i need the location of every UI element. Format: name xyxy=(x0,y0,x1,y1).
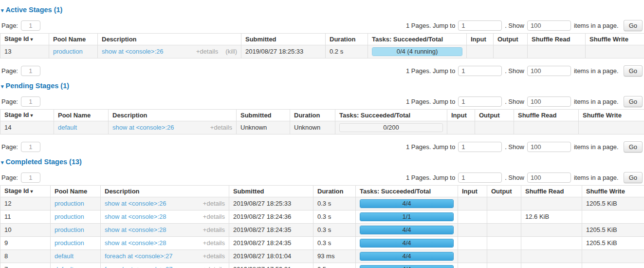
page-number-input[interactable] xyxy=(21,142,40,152)
jump-to-page-input[interactable] xyxy=(458,20,502,31)
items-per-page-input[interactable] xyxy=(527,66,571,76)
column-header-pool_name[interactable]: Pool Name xyxy=(54,110,109,121)
page-number-input[interactable] xyxy=(21,96,40,107)
stage-description-link[interactable]: show at <console>:26 xyxy=(102,48,163,55)
column-header-description[interactable]: Description xyxy=(109,110,237,121)
items-per-page-text: items in a page. xyxy=(574,22,619,29)
column-header-shuffle_read[interactable]: Shuffle Read xyxy=(528,34,586,45)
column-header-shuffle_write[interactable]: Shuffle Write xyxy=(579,110,644,121)
page-number-input[interactable] xyxy=(21,172,40,183)
details-toggle-link[interactable]: +details xyxy=(203,253,225,260)
stage-description-link[interactable]: show at <console>:26 xyxy=(112,124,174,131)
details-toggle-link[interactable]: +details xyxy=(203,213,225,220)
column-header-label: Description xyxy=(102,36,137,43)
details-toggle-link[interactable]: +details xyxy=(203,266,225,268)
pool-name-link[interactable]: production xyxy=(55,200,84,207)
items-per-page-input[interactable] xyxy=(527,172,571,183)
stage-row: 11productionshow at <console>:28+details… xyxy=(0,211,644,224)
pool-name-link[interactable]: production xyxy=(55,226,84,233)
pool-name-cell: production xyxy=(49,45,98,58)
description-content: foreach at <console>:27+details xyxy=(105,266,225,268)
column-header-stage_id[interactable]: Stage Id▾ xyxy=(0,34,49,45)
items-per-page-input[interactable] xyxy=(527,142,571,152)
column-header-tasks[interactable]: Tasks: Succeeded/Total xyxy=(335,110,447,121)
column-header-duration[interactable]: Duration xyxy=(313,186,356,197)
kill-stage-link[interactable]: (kill) xyxy=(225,48,237,55)
column-header-input[interactable]: Input xyxy=(458,186,487,197)
column-header-output[interactable]: Output xyxy=(487,186,521,197)
column-header-submitted[interactable]: Submitted xyxy=(237,110,290,121)
active-stages-section: ▾Active Stages (1) Page: 1 Pages. Jump t… xyxy=(0,6,644,76)
details-toggle-link[interactable]: +details xyxy=(203,227,225,233)
details-toggle-link[interactable]: +details xyxy=(203,200,225,207)
column-header-shuffle_write[interactable]: Shuffle Write xyxy=(586,34,644,45)
items-per-page-input[interactable] xyxy=(527,20,571,31)
pool-name-link[interactable]: default xyxy=(55,252,74,260)
page-number-input[interactable] xyxy=(21,66,40,76)
column-header-tasks[interactable]: Tasks: Succeeded/Total xyxy=(368,34,467,45)
pool-name-link[interactable]: default xyxy=(58,124,77,131)
column-header-input[interactable]: Input xyxy=(447,110,475,121)
column-header-description[interactable]: Description xyxy=(101,186,229,197)
tasks-progress-bar: 4/4 xyxy=(360,226,454,234)
column-header-shuffle_read[interactable]: Shuffle Read xyxy=(514,110,579,121)
pagination-row: Page: 1 Pages. Jump to . Show items in a… xyxy=(1,141,643,152)
output-cell xyxy=(487,197,521,211)
column-header-label: Input xyxy=(451,112,467,119)
jump-to-page-input[interactable] xyxy=(458,142,502,152)
column-header-duration[interactable]: Duration xyxy=(326,34,368,45)
column-header-submitted[interactable]: Submitted xyxy=(241,34,326,45)
stage-description-link[interactable]: show at <console>:28 xyxy=(105,227,166,233)
items-per-page-input[interactable] xyxy=(527,96,571,107)
go-button[interactable]: Go xyxy=(624,20,643,31)
column-header-label: Shuffle Write xyxy=(589,36,628,43)
stage-row: 12productionshow at <console>:26+details… xyxy=(0,197,644,211)
pool-name-cell: default xyxy=(51,250,101,263)
stage-description-link[interactable]: show at <console>:28 xyxy=(105,213,166,220)
jump-to-page-input[interactable] xyxy=(458,172,502,183)
page-number-input[interactable] xyxy=(21,20,40,31)
stage-description-link[interactable]: foreach at <console>:27 xyxy=(105,253,173,260)
tasks-progress-label: 4/4 xyxy=(360,239,453,247)
column-header-duration[interactable]: Duration xyxy=(290,110,335,121)
pool-name-link[interactable]: production xyxy=(55,213,84,220)
items-per-page-text: items in a page. xyxy=(574,98,619,105)
go-button[interactable]: Go xyxy=(624,96,643,107)
pool-name-cell: production xyxy=(51,224,101,237)
column-header-input[interactable]: Input xyxy=(467,34,494,45)
column-header-tasks[interactable]: Tasks: Succeeded/Total xyxy=(356,186,458,197)
stage-description-link[interactable]: show at <console>:26 xyxy=(105,200,166,207)
go-button[interactable]: Go xyxy=(624,65,643,77)
column-header-shuffle_write[interactable]: Shuffle Write xyxy=(582,186,644,197)
column-header-description[interactable]: Description xyxy=(98,34,241,45)
description-content: show at <console>:26+details(kill) xyxy=(102,48,237,55)
column-header-label: Shuffle Read xyxy=(532,36,570,43)
pending-stages-heading[interactable]: ▾Pending Stages (1) xyxy=(1,82,642,90)
output-cell xyxy=(487,237,521,250)
active-stages-heading[interactable]: ▾Active Stages (1) xyxy=(1,6,642,14)
jump-to-page-input[interactable] xyxy=(458,96,502,107)
jump-to-page-input[interactable] xyxy=(458,66,502,76)
stage-description-link[interactable]: show at <console>:28 xyxy=(105,240,166,247)
pool-name-link[interactable]: default xyxy=(55,266,74,268)
column-header-stage_id[interactable]: Stage Id▾ xyxy=(0,186,51,197)
stage-description-link[interactable]: foreach at <console>:27 xyxy=(105,266,173,268)
pages-count-text: 1 Pages. Jump to xyxy=(406,98,455,105)
column-header-submitted[interactable]: Submitted xyxy=(229,186,313,197)
details-toggle-link[interactable]: +details xyxy=(210,124,232,131)
column-header-pool_name[interactable]: Pool Name xyxy=(51,186,101,197)
column-header-label: Submitted xyxy=(240,112,272,119)
column-header-stage_id[interactable]: Stage Id▾ xyxy=(0,110,54,121)
pool-name-link[interactable]: production xyxy=(55,239,84,247)
column-header-pool_name[interactable]: Pool Name xyxy=(49,34,98,45)
completed-stages-heading[interactable]: ▾Completed Stages (13) xyxy=(1,158,642,166)
details-toggle-link[interactable]: +details xyxy=(203,240,225,247)
column-header-output[interactable]: Output xyxy=(475,110,514,121)
column-header-output[interactable]: Output xyxy=(494,34,528,45)
pool-name-link[interactable]: production xyxy=(53,48,83,55)
go-button[interactable]: Go xyxy=(624,141,643,153)
go-button[interactable]: Go xyxy=(624,172,643,183)
column-header-shuffle_read[interactable]: Shuffle Read xyxy=(521,186,582,197)
details-toggle-link[interactable]: +details xyxy=(196,48,218,55)
stage-id-cell: 10 xyxy=(0,224,51,237)
